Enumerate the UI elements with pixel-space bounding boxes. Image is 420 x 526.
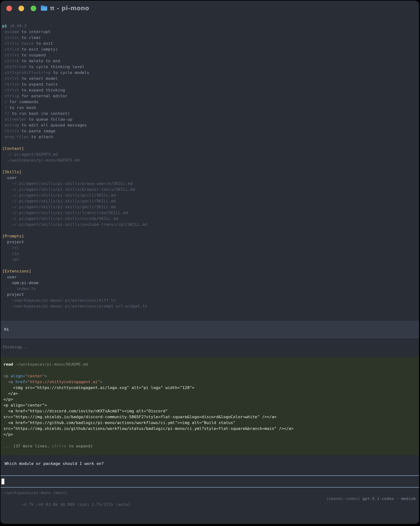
code-line: <a href="https://shittycodingagent.ai"> [0,379,419,385]
truncation-notice[interactable]: ... (37 more lines, ctrl+o to expand) [0,443,419,449]
help-line: ctrl+v to paste image [0,128,419,134]
tool-name: read [3,362,13,367]
user-message: hi [0,321,419,338]
help-line: shift+tab to cycle thinking level [0,64,419,70]
section-row: project [0,292,419,298]
help-line: !! to run bash (no context) [0,111,419,117]
help-line: ctrl+p/shift+ctrl+p to cycle models [0,70,419,76]
code-line: </p> [0,396,419,402]
section-header-extensions: [Extensions] [0,268,419,274]
read-tool-block: read ~/workspaces/pi-mono/README.md <p a… [0,356,419,455]
minimize-button[interactable] [19,6,24,11]
section-row: ~/.pi/agent/skills/pi-skills/vscode/SKIL… [0,216,419,222]
model-indicator: (openai-codex) gpt-5.2-codex · medium [326,496,416,502]
help-line: alt+enter to queue follow-up [0,117,419,122]
help-line: alt+up to edit all queued messages [0,122,419,128]
help-line: ctrl+g for external editor [0,93,419,99]
section-header-prompts: [Prompts] [0,233,419,239]
help-line: drop files to attach [0,134,419,140]
session-stats-line: ↑4.7k ↓44 R3.8k $0.009 (sub) 1.7%/272k (… [0,496,419,502]
tool-call-header: read ~/workspaces/pi-mono/README.md [0,362,419,367]
section-row: ~/workspaces/pi-mono/.pi/extensions/diff… [0,298,419,303]
section-row: ~/.pi/agent/skills/pi-skills/gdcli/SKILL… [0,198,419,204]
assistant-message: Which module or package should I work on… [0,461,419,467]
section-row: index.ts [0,286,419,292]
section-row: ~/.pi/agent/skills/pi-skills/browser-too… [0,187,419,192]
help-line: ctrl+z to suspend [0,52,419,58]
code-line: </p> [0,432,419,437]
help-line: escape to interrupt [0,29,419,35]
app-version-line: pi v0.49.3 [0,23,419,29]
section-row: /cl [0,245,419,251]
maximize-button[interactable] [31,6,36,11]
thinking-indicator: Thinking... [0,344,419,350]
assistant-message-text: Which module or package should I work on… [0,461,419,467]
truncation-line: ... (37 more lines, ctrl+o to expand) [0,443,419,449]
title-bar: π - pi-mono [0,1,419,17]
app-name: pi [2,24,7,28]
section-row: user [0,274,419,280]
status-bar: ~/workspaces/pi-mono (main) ↑4.7k ↓44 R3… [0,490,419,502]
section-row: /is [0,251,419,257]
section-context: [Context] ~/.pi/agent/AGENTS.md ~/worksp… [0,146,419,163]
prompt-input[interactable] [0,475,419,487]
code-line: src="https://img.shields.io/github/actio… [0,426,419,432]
tool-output-code: <p align="center"> <a href="https://shit… [0,373,419,437]
tool-path: ~/workspaces/pi-mono/README.md [16,362,88,367]
section-header-skills: [Skills] [0,169,419,175]
help-line: ! to run bash [0,105,419,111]
user-message-text: hi [4,326,416,332]
section-row: npm:pi-doom [0,280,419,286]
section-row: ~/.pi/agent/skills/pi-skills/gccli/SKILL… [0,192,419,198]
section-row: ~/workspaces/pi-mono/AGENTS.md [0,157,419,163]
help-line: ctrl+k to delete to end [0,58,419,64]
code-line: <p align="center"> [0,373,419,379]
section-skills: [Skills] user ~/.pi/agent/skills/pi-skil… [0,169,419,227]
help-line: ctrl+d to exit (empty) [0,46,419,52]
section-row: ~/.pi/agent/skills/pi-skills/youtube-tra… [0,222,419,227]
cwd-branch-status: ~/workspaces/pi-mono (main) [0,490,419,496]
section-row: user [0,175,419,181]
section-row: /pr [0,257,419,263]
help-line: ctrl+c twice to exit [0,41,419,46]
section-row: ~/.pi/agent/skills/pi-skills/transcribe/… [0,210,419,216]
help-line: ctrl+c to clear [0,35,419,41]
code-line: <p align="center"> [0,402,419,408]
section-row: ~/.pi/agent/AGENTS.md [0,152,419,157]
section-header-context: [Context] [0,146,419,152]
help-line: ctrl+l to select model [0,76,419,81]
startup-help-list: escape to interrupt ctrl+c to clear ctrl… [0,29,419,140]
window-title: π - pi-mono [50,5,89,12]
help-line: ctrl+t to expand thinking [0,87,419,93]
section-row: ~/workspaces/pi-mono/.pi/extensions/prom… [0,303,419,309]
thinking-text: Thinking... [0,344,419,350]
section-row: project [0,239,419,245]
terminal-window: π - pi-mono pi v0.49.3 escape to interru… [0,1,419,524]
code-line: <a href="https://discord.com/invite/nKXT… [0,408,419,414]
section-row: ~/.pi/agent/skills/pi-skills/brave-searc… [0,181,419,187]
section-row: ~/.pi/agent/skills/pi-skills/gmcli/SKILL… [0,204,419,210]
code-line: <img src="https://shittycodingagent.ai/l… [0,385,419,391]
code-line: src="https://img.shields.io/badge/discor… [0,414,419,420]
text-cursor [1,479,4,484]
startup-sections: [Context] ~/.pi/agent/AGENTS.md ~/worksp… [0,146,419,309]
section-extensions: [Extensions] user npm:pi-doom index.ts p… [0,268,419,309]
code-line: <a href="https://github.com/badlogic/pi-… [0,420,419,426]
code-line: </a> [0,391,419,396]
help-line: / for commands [0,99,419,105]
token-cost-stats: ↑4.7k ↓44 R3.8k $0.009 (sub) 1.7%/272k (… [21,502,130,507]
close-button[interactable] [6,6,12,11]
app-version [7,24,10,28]
help-line: ctrl+o to expand tools [0,81,419,87]
folder-icon [41,5,47,11]
terminal-content: pi v0.49.3 escape to interrupt ctrl+c to… [0,17,419,502]
section-prompts: [Prompts] project /cl /is /pr [0,233,419,263]
